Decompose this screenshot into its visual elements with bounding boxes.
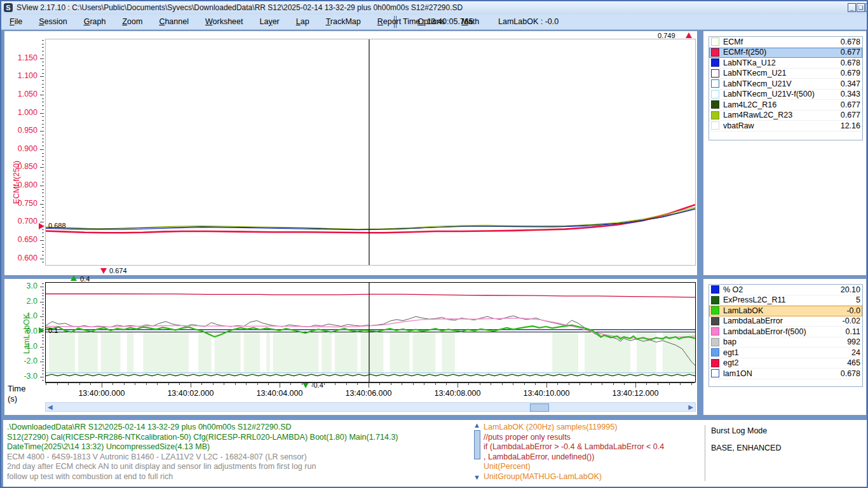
channel-name: LabNTKecm_U21V-f(500): [723, 90, 841, 98]
restore-button[interactable]: ❏: [857, 3, 865, 12]
channel-row[interactable]: LambdaLabError-f(500)0.11: [709, 327, 862, 337]
channel-row[interactable]: bap992: [709, 337, 862, 348]
channel-color-swatch: [711, 327, 719, 336]
menu-channel[interactable]: Channel: [159, 15, 189, 29]
channel-row[interactable]: egt2465: [709, 358, 862, 369]
channel-color-swatch: [711, 296, 719, 304]
menu-report[interactable]: Report: [377, 15, 402, 29]
series-ExPressL2C_R11: [46, 374, 695, 376]
channel-value: 0.343: [841, 90, 860, 98]
scroll-left-icon[interactable]: ◀: [48, 403, 53, 411]
channel-list-panel-top: ECMf0.678ECMf-f(250)0.677LabNTKa_U120.67…: [703, 30, 867, 276]
log-file-info: .\DownloadedData\RR S12\2025-02-14 13-32…: [7, 423, 398, 482]
channel-row[interactable]: Lam4RawL2C_R230.677: [709, 111, 862, 121]
channel-color-swatch: [711, 37, 719, 46]
channel-color-swatch: [711, 121, 719, 130]
channel-color-swatch: [711, 111, 719, 119]
channel-name: LabNTKecm_U21: [723, 69, 841, 78]
channel-value: -0.02: [843, 316, 861, 325]
channel-row[interactable]: LabNTKecm_U210.679: [709, 69, 862, 79]
channel-name: vbatRaw: [723, 121, 841, 130]
channel-value: 24: [851, 348, 860, 357]
cursor-value-label: 0.688: [48, 222, 66, 229]
channel-color-swatch: [711, 306, 719, 315]
channel-value: 0.347: [841, 79, 860, 88]
top-chart-plot[interactable]: [45, 39, 696, 266]
math-code-scrollbar[interactable]: ▲ ▼: [473, 423, 481, 484]
channel-row[interactable]: egt124: [709, 348, 862, 358]
channel-row[interactable]: Lam4L2C_R160.677: [709, 100, 862, 111]
channel-name: LabNTKecm_U21V: [723, 79, 841, 88]
menu-worksheet[interactable]: Worksheet: [205, 15, 243, 29]
log-info-panel: .\DownloadedData\RR S12\2025-02-14 13-32…: [3, 419, 868, 487]
min-marker-icon: [100, 268, 107, 274]
scrollbar-thumb[interactable]: [530, 403, 549, 412]
channel-name: LamLabOK: [723, 306, 846, 315]
menu-graph[interactable]: Graph: [84, 15, 106, 29]
burst-log-mode-value: BASE, ENHANCED: [711, 444, 781, 454]
channel-row[interactable]: vbatRaw12.16: [709, 121, 862, 132]
cursor-value-marker-icon: [39, 223, 44, 229]
menu-file[interactable]: File: [10, 15, 22, 29]
cursor-value-marker-icon: [39, 327, 44, 334]
close-button[interactable]: ✕: [865, 3, 868, 12]
channel-color-swatch: [711, 338, 719, 346]
max-marker-icon: [71, 275, 77, 281]
menu-trackmap[interactable]: TrackMap: [326, 15, 361, 29]
channel-name: LambdaLabError: [723, 316, 843, 325]
channel-row[interactable]: LamLabOK-0.0: [709, 306, 862, 316]
menu-layer[interactable]: Layer: [259, 15, 279, 29]
channel-color-swatch: [711, 348, 719, 356]
channel-color-swatch: [711, 359, 719, 367]
channel-value: 0.679: [841, 69, 860, 78]
time-tick-label: 13:40:06.000: [340, 389, 397, 398]
scroll-right-icon[interactable]: ▶: [688, 403, 693, 411]
channel-row[interactable]: LabNTKa_U120.678: [709, 58, 862, 69]
info-line: S12(27290) Cal(RICESP-RR286-NTKcalibrati…: [7, 433, 398, 443]
info-line: if (LambdaLabError > -0.4 & LambdaLabErr…: [484, 442, 664, 452]
channel-name: Lam4L2C_R16: [723, 100, 841, 109]
time-tick-label: 13:40:12.000: [607, 389, 664, 398]
math-channel-definition: LamLabOK (200Hz) samples(119995)//puts p…: [484, 423, 664, 482]
channel-value: 0.11: [846, 327, 860, 336]
channel-value: 0.677: [841, 48, 860, 57]
channel-color-swatch: [711, 317, 719, 325]
time-tick-label: 13:40:02.000: [162, 389, 219, 398]
bottom-chart-plot[interactable]: [45, 282, 696, 383]
channel-row[interactable]: ECMf-f(250)0.677: [709, 48, 862, 58]
footer-divider: [705, 425, 705, 481]
channel-list: ECMf0.678ECMf-f(250)0.677LabNTKa_U120.67…: [709, 36, 863, 140]
channel-color-swatch: [711, 369, 719, 377]
max-value-label: 0.4: [80, 275, 90, 283]
channel-value: 0.678: [841, 58, 860, 67]
channel-row[interactable]: % O220.10: [709, 285, 862, 295]
cursor-value-label: 0.1: [48, 327, 58, 334]
scroll-down-icon[interactable]: ▼: [473, 473, 480, 481]
channel-value: 465: [847, 358, 860, 367]
channel-value: -0.0: [846, 306, 860, 315]
channel-row[interactable]: LabNTKecm_U21V-f(500)0.343: [709, 90, 862, 100]
channel-value: 0.677: [841, 100, 860, 109]
series-egt2: [46, 294, 695, 297]
channel-value: 0.678: [841, 37, 860, 46]
channel-row[interactable]: ExPressL2C_R115: [709, 295, 862, 306]
time-scrollbar[interactable]: ◀ ▶: [45, 402, 696, 412]
channel-row[interactable]: lam1ON0.678: [709, 369, 862, 379]
minimize-button[interactable]: _: [848, 3, 856, 12]
info-line: ECM 4800 - 64S9-1813 V Autronic B1460 - …: [7, 452, 398, 463]
max-marker-icon: [686, 32, 692, 38]
scroll-up-icon[interactable]: ▲: [473, 421, 480, 429]
scrollbar-thumb[interactable]: [474, 430, 480, 459]
channel-color-swatch: [711, 90, 719, 98]
menu-session[interactable]: Session: [39, 15, 67, 29]
channel-row[interactable]: ECMf0.678: [709, 37, 862, 48]
burst-log-mode-label: Burst Log Mode: [711, 426, 767, 437]
channel-row[interactable]: LambdaLabError-0.02: [709, 316, 862, 327]
channel-row[interactable]: LabNTKecm_U21V0.347: [709, 79, 862, 90]
time-tick-label: 13:40:10.000: [518, 389, 575, 398]
channel-color-swatch: [711, 79, 719, 88]
menu-lap[interactable]: Lap: [296, 15, 309, 29]
top-chart-panel: ECMf-f(250) 1.1501.1001.0501.0000.9500.9…: [4, 30, 698, 276]
menu-zoom[interactable]: Zoom: [122, 15, 142, 29]
cursor-time-readout: Time : 13:40:05.765: [403, 15, 473, 29]
